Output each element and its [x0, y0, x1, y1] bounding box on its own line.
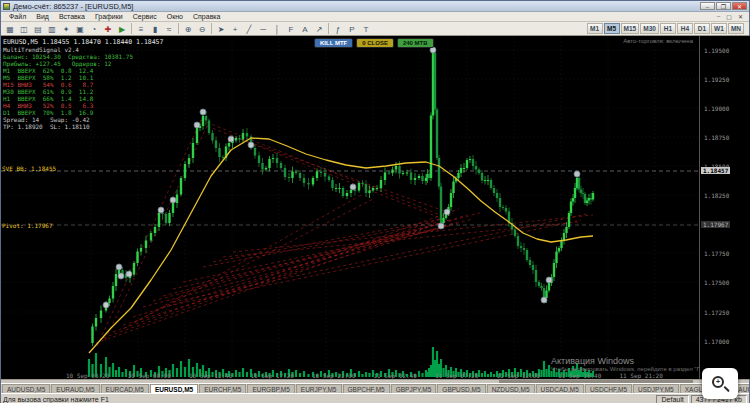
menu-item-0[interactable]: Файл [4, 13, 31, 20]
symbol-ohlc-line: EURUSD,M5 1.18455 1.18470 1.18440 1.1845… [3, 38, 163, 46]
candle-body [284, 168, 286, 177]
navigator-icon[interactable]: ✦ [59, 23, 73, 35]
bars-chart-icon[interactable]: ≡ [134, 23, 148, 35]
price-tick-7: 1.17750 [704, 250, 729, 257]
zoom-in-icon[interactable]: ⊕ [181, 23, 195, 35]
new-chart-icon[interactable]: ▦ [3, 23, 17, 35]
signal-marker [116, 264, 122, 270]
minimize-button[interactable]: – [700, 2, 715, 10]
chart-tab-8[interactable]: GBPJPY,M5 [391, 384, 437, 393]
menu-item-1[interactable]: Вид [31, 13, 54, 20]
candle-body [184, 164, 186, 178]
data-window-icon[interactable]: ▥ [45, 23, 59, 35]
chart-window-control-0[interactable]: – [714, 13, 723, 20]
toolbar-separator [211, 23, 212, 34]
trendline-icon[interactable]: ╱ [242, 23, 256, 35]
chart-tab-2[interactable]: EURCAD,M5 [101, 384, 149, 393]
toolbar-separator [178, 23, 179, 34]
candle-body [484, 180, 486, 181]
chart-tab-0[interactable]: AUDUSD,M5 [2, 384, 50, 393]
ea-button-2[interactable]: 240 MTB [397, 38, 434, 48]
indicators-icon[interactable]: ƒ [331, 23, 345, 35]
candle-body [145, 241, 147, 249]
timeframe-d1[interactable]: D1 [694, 23, 710, 34]
periods-icon[interactable]: P [345, 23, 359, 35]
zoom-out-icon[interactable]: ⊖ [195, 23, 209, 35]
chart-tab-5[interactable]: EURGBP,M5 [247, 384, 294, 393]
price-scale[interactable]: 1.195001.192501.190001.187501.185001.182… [699, 36, 750, 379]
chart-tab-1[interactable]: EURAUD,M5 [51, 384, 99, 393]
candle-body [368, 191, 370, 194]
ea-button-1[interactable]: 0 CLOSE [356, 38, 394, 48]
crosshair-icon[interactable]: + [228, 23, 242, 35]
timeframe-mn[interactable]: MN [728, 23, 744, 34]
window-title: Демо-счёт: 865237 - [EURUSD,M5] [13, 2, 700, 11]
status-profile[interactable]: Default [656, 395, 688, 403]
text-label-icon[interactable]: A [298, 23, 312, 35]
timeframe-h1[interactable]: H1 [660, 23, 676, 34]
chart-tab-10[interactable]: NZDUSD,M5 [487, 384, 535, 393]
candle-body [505, 208, 507, 212]
market-watch-icon[interactable]: ▤ [31, 23, 45, 35]
candle-body [574, 188, 576, 198]
chart-window-controls: –▢✕ [714, 13, 746, 20]
chart-tab-12[interactable]: USDCHF,M5 [585, 384, 632, 393]
app-window: Демо-счёт: 865237 - [EURUSD,M5] – ❐ ✕ Фа… [0, 0, 750, 403]
chart-area[interactable]: EURUSD,M5 1.18455 1.18470 1.18440 1.1845… [1, 36, 750, 379]
time-label-7: 11 Sep 12:00 [497, 372, 540, 379]
line-chart-icon[interactable]: ≈ [162, 23, 176, 35]
trendline [233, 215, 593, 252]
close-button[interactable]: ✕ [732, 2, 747, 10]
signal-marker [541, 297, 547, 303]
chart-tab-9[interactable]: GBPUSD,M5 [437, 384, 485, 393]
chart-tab-13[interactable]: USDJPY,M5 [633, 384, 679, 393]
chart-tab-4[interactable]: EURCHF,M5 [199, 384, 246, 393]
maximize-button[interactable]: ❐ [716, 2, 731, 10]
chart-tab-3[interactable]: EURUSD,M5 [150, 384, 198, 393]
menu-item-3[interactable]: Графики [90, 13, 128, 20]
strategy-tester-icon[interactable]: ◔ [87, 23, 101, 35]
menu-item-2[interactable]: Вставка [54, 13, 90, 20]
arrow-icon[interactable]: ↗ [312, 23, 326, 35]
timeframe-w1[interactable]: W1 [711, 23, 727, 34]
vline-icon[interactable]: │ [270, 23, 284, 35]
candle-body [568, 213, 570, 227]
chart-window-control-1[interactable]: ▢ [723, 13, 735, 20]
candle-body [582, 193, 584, 194]
terminal-icon[interactable]: ▣ [73, 23, 87, 35]
menu-item-4[interactable]: Сервис [128, 13, 162, 20]
chart-tab-7[interactable]: GBPCHF,M5 [343, 384, 390, 393]
new-order-icon[interactable]: ✚ [101, 23, 115, 35]
candles-chart-icon[interactable]: ▮ [148, 23, 162, 35]
candle-body [303, 178, 305, 183]
hline-icon[interactable]: ─ [256, 23, 270, 35]
timeframe-m5[interactable]: M5 [604, 23, 620, 34]
templates-icon[interactable]: T [359, 23, 373, 35]
timeframe-m1[interactable]: M1 [587, 23, 603, 34]
autotrading-icon[interactable]: ▶ [115, 23, 129, 35]
ea-button-0[interactable]: KILL MTF [314, 38, 353, 48]
timeframe-m30[interactable]: M30 [640, 23, 659, 34]
fibo-icon[interactable]: F [284, 23, 298, 35]
candle-body [472, 159, 474, 166]
timeframe-m15[interactable]: M15 [621, 23, 640, 34]
chart-tab-6[interactable]: EURJPY,M5 [296, 384, 342, 393]
ea-info-line-9: D1 ВВЕРХ 70% 1.8 16.9 [3, 109, 163, 116]
timeframe-h4[interactable]: H4 [677, 23, 693, 34]
chart-tab-11[interactable]: USDCAD,M5 [536, 384, 584, 393]
ea-info-line-2: Прибыль: +127.45 Ордеров: 12 [3, 60, 163, 67]
candle-body [391, 170, 393, 174]
candle-body [346, 193, 348, 196]
menu-item-5[interactable]: Окно [162, 13, 188, 20]
horizontal-scrollbar[interactable] [1, 379, 749, 383]
magnifier-overlay-icon[interactable]: + [702, 368, 738, 399]
candle-body [280, 163, 282, 168]
candle-body [372, 188, 374, 191]
cursor-icon[interactable]: ➤ [214, 23, 228, 35]
chart-window-control-2[interactable]: ✕ [735, 13, 746, 20]
menu-item-6[interactable]: Справка [188, 13, 225, 20]
profiles-icon[interactable]: ◫ [17, 23, 31, 35]
time-label-5: 11 Sep 02:40 [374, 372, 417, 379]
scrollbar-thumb[interactable] [499, 380, 693, 383]
candle-body [523, 248, 525, 250]
